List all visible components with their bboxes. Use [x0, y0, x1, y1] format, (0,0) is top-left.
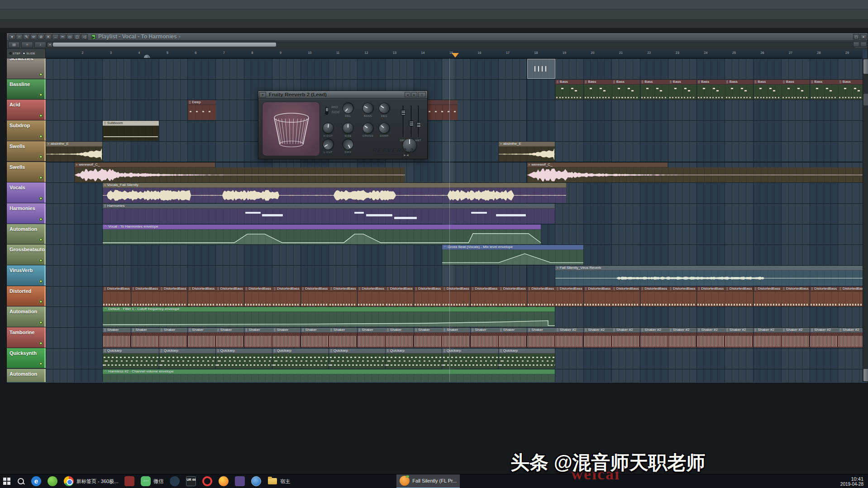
clip-shaker[interactable]: ▯Shaker	[216, 328, 244, 348]
clip-shaker-2[interactable]: ▯Shaker #2	[584, 328, 612, 348]
clip-quickarp[interactable]: ▯Quickarp	[272, 349, 329, 368]
clip-header[interactable]: ▯DistortedBass	[754, 287, 782, 292]
clip-distortedbass[interactable]: ▯DistortedBass	[471, 287, 499, 306]
clip-header[interactable]: ▯Shaker	[414, 328, 442, 333]
clip-header[interactable]: ▯Shaker #2	[555, 328, 583, 333]
clip-gross-beat-vocals-mix-level-envelope[interactable]: ◠Gross Beat (Vocals) - Mix level envelop…	[442, 245, 583, 265]
clip-header[interactable]: ▯Shaker #2	[782, 328, 810, 333]
clip-header[interactable]: ▯DistortedBass	[527, 287, 555, 292]
clip-distortedbass[interactable]: ▯DistortedBass	[838, 287, 863, 306]
clip-vocal-to-harmonies-envelope[interactable]: ◠Vocal - To Harmonies envelope	[103, 225, 541, 244]
clip-header[interactable]: ▯DistortedBass	[442, 287, 470, 292]
clip-shaker[interactable]: ▯Shaker	[329, 328, 357, 348]
clip-header[interactable]: ≈absinthe_E	[499, 142, 555, 147]
app-opera[interactable]	[199, 474, 215, 488]
app-folder[interactable]: 宿主	[264, 474, 293, 488]
plugin-prev-preset-button[interactable]: ◄	[405, 92, 410, 97]
clip-header[interactable]: ▯Bass	[555, 80, 583, 85]
clip-header[interactable]: ▯Quickarp	[386, 349, 442, 354]
clip-header[interactable]: ▯Quickarp	[103, 349, 159, 354]
horizontal-scrollbar[interactable]: ◂	[47, 42, 855, 48]
clip-header[interactable]: ◠Default - Filter 1 - Cutoff frequency e…	[103, 307, 555, 312]
clip-header[interactable]: ▯Shaker	[216, 328, 244, 333]
track-header-distorted-11[interactable]: Distorted	[7, 286, 46, 307]
timeline-ruler[interactable]: 2345678910111213141516171819202122232425…	[46, 49, 863, 58]
clip-header[interactable]: ▯DistortedBass	[329, 287, 357, 292]
mute-icon[interactable]: ✕	[45, 34, 52, 40]
clip-shaker[interactable]: ▯Shaker	[103, 328, 131, 348]
clip-header[interactable]: ▯Shaker	[329, 328, 357, 333]
clip-header[interactable]: ▯Bass	[640, 80, 668, 85]
clip-quickarp[interactable]: ▯Quickarp	[103, 349, 159, 368]
scroll-close-button[interactable]	[860, 42, 867, 47]
clip-header[interactable]: ▯Bass	[754, 80, 782, 85]
clip-header[interactable]: ▯DistortedBass	[131, 287, 159, 292]
clip-distortedbass[interactable]: ▯DistortedBass	[386, 287, 414, 306]
track-mute-led[interactable]	[39, 259, 43, 262]
clip-subboom[interactable]: ▯Subboom	[103, 121, 159, 141]
clip-shaker[interactable]: ▯Shaker	[131, 328, 159, 348]
clip-shaker-2[interactable]: ▯Shaker #2	[555, 328, 583, 348]
clip-harmless-2-channel-volume-envelope[interactable]: ◠Harmless #2 - Channel volume envelope	[103, 369, 555, 383]
track-header-acid-2[interactable]: Acid	[7, 100, 46, 120]
step-radio[interactable]: STEP	[9, 52, 20, 55]
clip-header[interactable]: ▯Shaker	[527, 328, 555, 333]
clip-header[interactable]: ▯Quickarp	[272, 349, 329, 354]
track-mute-led[interactable]	[39, 73, 43, 76]
track-mute-led[interactable]	[39, 197, 43, 200]
clip-header[interactable]: ▯Bass	[668, 80, 696, 85]
clip-shaker-2[interactable]: ▯Shaker #2	[838, 328, 863, 348]
fruity-reeverb2-window[interactable]: ▾ Fruity Reeverb 2 (Lead) ◄►✕ DELBASSDEC…	[258, 91, 428, 159]
clip-header[interactable]: ▯Shaker	[471, 328, 499, 333]
playlist-titlebar[interactable]: ▾∩✎✏⊘✕↔✂▭◻◁ ▶ Playlist - Vocal - To Harm…	[7, 33, 868, 41]
clip-header[interactable]: ▯Shaker	[358, 328, 386, 333]
title-dropdown-icon[interactable]: ▾	[179, 34, 181, 39]
track-header-scratches-0[interactable]: Scratches	[7, 58, 46, 79]
track-header-virusverb-10[interactable]: VirusVerb	[7, 265, 46, 286]
clip-bass[interactable]: ▯Bass	[697, 80, 725, 100]
app-wechat[interactable]: ⋯微信	[138, 474, 167, 488]
plugin-menu-icon[interactable]: ▾	[259, 92, 266, 98]
clip-distortedbass[interactable]: ▯DistortedBass	[414, 287, 442, 306]
clip-header[interactable]: ▯Shaker	[499, 328, 527, 333]
clip-distortedbass[interactable]: ▯DistortedBass	[216, 287, 244, 306]
clip-bass[interactable]: ▯Bass	[838, 80, 863, 100]
clip-shaker-2[interactable]: ▯Shaker #2	[640, 328, 668, 348]
clip-quickarp[interactable]: ▯Quickarp	[442, 349, 498, 368]
app-ur44[interactable]: UR 44	[183, 474, 199, 488]
clip-header[interactable]: ▯Shaker	[188, 328, 216, 333]
clip-vocals-fall-silently[interactable]: ≈Vocals_Fall Silently	[103, 183, 566, 203]
plugin-titlebar[interactable]: ▾ Fruity Reeverb 2 (Lead) ◄►✕	[258, 91, 427, 99]
clip-shaker-2[interactable]: ▯Shaker #2	[697, 328, 725, 348]
clip-header[interactable]: ≈Fall Silently_Virus Reverb	[555, 266, 863, 271]
track-mute-led[interactable]	[39, 342, 43, 345]
clip-bass[interactable]: ▯Bass	[754, 80, 782, 100]
clip-shaker[interactable]: ▯Shaker	[301, 328, 329, 348]
clip-distortedbass[interactable]: ▯DistortedBass	[810, 287, 838, 306]
clip-distortedbass[interactable]: ▯DistortedBass	[782, 287, 810, 306]
app-ball[interactable]	[215, 474, 232, 488]
track-header-quicksynth-14[interactable]: Quicksynth	[7, 348, 46, 369]
clip-distortedbass[interactable]: ▯DistortedBass	[697, 287, 725, 306]
taskbar-clock[interactable]: 10:41 2019-04-28	[840, 476, 868, 487]
zoom-icon[interactable]: ◻	[74, 34, 81, 40]
clip-header[interactable]: ▯Bass	[584, 80, 612, 85]
track-mute-led[interactable]	[39, 300, 43, 303]
track-header-automation-15[interactable]: Automation	[7, 369, 46, 383]
clip-header[interactable]: ◠Vocal - To Harmonies envelope	[103, 225, 541, 230]
timeline-marker-icon[interactable]	[144, 55, 150, 58]
clip-header[interactable]: ▯Quickarp	[499, 349, 555, 354]
track-header-automation-12[interactable]: Automation	[7, 306, 46, 327]
clip-header[interactable]: ▯DistortedBass	[358, 287, 386, 292]
patterns-tab-icon[interactable]: ▤	[8, 42, 20, 48]
start-button[interactable]	[0, 474, 14, 488]
clip-distortedbass[interactable]: ▯DistortedBass	[103, 287, 131, 306]
clip-distortedbass[interactable]: ▯DistortedBass	[442, 287, 470, 306]
clip-header[interactable]: ▯Shaker	[244, 328, 272, 333]
step-slide-toggle[interactable]: STEP SLIDE	[7, 49, 46, 58]
clip-header[interactable]: ▯Shaker #2	[640, 328, 668, 333]
clip-header[interactable]: ▯Shaker #2	[754, 328, 782, 333]
clip-shaker[interactable]: ▯Shaker	[244, 328, 272, 348]
mid-side-switch[interactable]	[324, 106, 329, 115]
clip-header[interactable]: ▯DistortedBass	[838, 287, 863, 292]
